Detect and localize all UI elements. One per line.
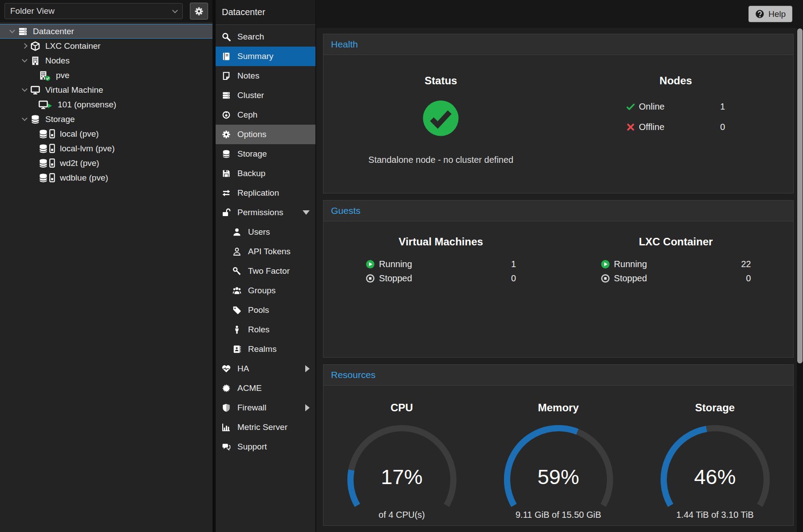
tag-icon <box>232 306 242 315</box>
tree-item-storage-local[interactable]: local (pve) <box>0 126 213 141</box>
nodes-status-column: Nodes Online 1 Offline 0 <box>559 55 794 193</box>
health-panel: Health Status Standalone node - no clust… <box>323 34 794 193</box>
vm-running-count: 1 <box>511 259 516 269</box>
resources-panel-title: Resources <box>323 365 793 386</box>
tree-settings-button[interactable] <box>190 3 208 20</box>
nav-item-metric-server[interactable]: Metric Server <box>216 418 315 437</box>
user-outline-icon <box>232 247 242 256</box>
play-circle-icon <box>366 260 375 269</box>
vertical-scrollbar[interactable] <box>797 28 803 532</box>
storage-heading: Storage <box>695 402 735 414</box>
tree-panel-header: Folder View <box>0 0 213 22</box>
nav-menu: Search Summary Notes Cluster Ceph Option… <box>216 25 315 457</box>
tree-item-vm-101[interactable]: 101 (opnsense) <box>0 97 213 112</box>
nav-item-replication[interactable]: Replication <box>216 183 315 203</box>
nav-item-backup[interactable]: Backup <box>216 164 315 183</box>
datacenter-nav-panel: Datacenter Search Summary Notes Cluster … <box>216 0 316 532</box>
vm-heading: Virtual Machines <box>399 236 483 248</box>
nodes-online-row: Online 1 <box>626 102 725 112</box>
nav-item-roles[interactable]: Roles <box>216 320 315 339</box>
ceph-icon <box>221 110 231 119</box>
nav-item-pools[interactable]: Pools <box>216 300 315 320</box>
storage-drive-icon <box>38 144 55 154</box>
nav-item-cluster[interactable]: Cluster <box>216 86 315 105</box>
tree-item-storage-wd2t[interactable]: wd2t (pve) <box>0 156 213 170</box>
memory-gauge: 59% <box>496 419 621 509</box>
tree-item-storage-wdblue[interactable]: wdblue (pve) <box>0 170 213 185</box>
database-icon <box>221 150 231 158</box>
nav-item-acme[interactable]: ACME <box>216 378 315 398</box>
cpu-percent: 17% <box>340 465 464 489</box>
nav-item-users[interactable]: Users <box>216 222 315 242</box>
chevron-down-icon <box>303 210 310 215</box>
lxc-heading: LXC Container <box>639 236 713 248</box>
collapse-icon[interactable] <box>19 118 30 120</box>
nav-item-search[interactable]: Search <box>216 27 315 47</box>
key-icon <box>232 267 242 276</box>
search-icon <box>221 32 231 41</box>
nav-item-permissions[interactable]: Permissions <box>216 203 315 222</box>
storage-detail: 1.44 TiB of 3.10 TiB <box>676 510 754 520</box>
nodes-offline-count: 0 <box>720 122 725 132</box>
vm-stopped-count: 0 <box>511 273 516 284</box>
virtual-machines-column: Virtual Machines Running 1 Stopped 0 <box>323 221 559 357</box>
acme-icon <box>221 384 231 393</box>
storage-drive-icon <box>38 158 55 168</box>
database-icon <box>30 114 40 124</box>
tree-item-nodes[interactable]: Nodes <box>0 53 213 68</box>
memory-gauge-column: Memory 59% 9.11 GiB of 15.50 GiB <box>480 386 637 525</box>
nav-item-two-factor[interactable]: Two Factor <box>216 261 315 281</box>
nodes-heading: Nodes <box>660 75 692 87</box>
replication-icon <box>221 189 231 197</box>
nodes-online-count: 1 <box>720 102 725 112</box>
nav-item-firewall[interactable]: Firewall <box>216 398 315 418</box>
tree-item-lxc-container[interactable]: LXC Container <box>0 39 213 53</box>
stop-circle-icon <box>601 274 610 283</box>
collapse-icon[interactable] <box>6 30 18 32</box>
chevron-right-icon <box>305 404 310 411</box>
storage-drive-icon <box>38 173 55 183</box>
collapse-icon[interactable] <box>19 59 30 62</box>
heartbeat-icon <box>221 364 231 373</box>
bar-chart-icon <box>221 423 231 432</box>
scrollbar-thumb[interactable] <box>797 28 803 363</box>
memory-heading: Memory <box>538 402 579 414</box>
expand-icon[interactable] <box>19 44 30 48</box>
nav-item-ha[interactable]: HA <box>216 359 315 378</box>
view-mode-value: Folder View <box>10 6 55 16</box>
health-panel-title: Health <box>323 34 793 55</box>
storage-gauge-column: Storage 46% 1.44 TiB of 3.10 TiB <box>637 386 793 525</box>
resource-tree: Datacenter LXC Container Nodes pve Virtu… <box>0 22 213 185</box>
online-badge-icon <box>45 75 51 81</box>
cpu-heading: CPU <box>390 402 413 414</box>
nav-item-options[interactable]: Options <box>216 125 315 144</box>
tree-item-datacenter[interactable]: Datacenter <box>0 24 213 39</box>
tree-item-storage[interactable]: Storage <box>0 112 213 126</box>
chevron-down-icon <box>172 8 178 13</box>
play-circle-icon <box>601 260 610 269</box>
cross-icon <box>626 123 635 131</box>
nav-item-storage[interactable]: Storage <box>216 144 315 164</box>
guests-panel-title: Guests <box>323 201 793 221</box>
nav-item-support[interactable]: Support <box>216 437 315 457</box>
question-circle-icon <box>755 9 764 19</box>
server-rack-icon <box>18 27 28 36</box>
tree-item-storage-local-lvm[interactable]: local-lvm (pve) <box>0 141 213 156</box>
collapse-icon[interactable] <box>19 89 30 91</box>
summary-panels: Health Status Standalone node - no clust… <box>316 28 797 532</box>
view-mode-select[interactable]: Folder View <box>4 3 183 19</box>
nav-item-groups[interactable]: Groups <box>216 281 315 300</box>
users-icon <box>232 286 242 295</box>
nav-item-ceph[interactable]: Ceph <box>216 105 315 125</box>
stop-circle-icon <box>366 274 375 283</box>
gear-icon <box>221 130 231 139</box>
nav-item-realms[interactable]: Realms <box>216 339 315 359</box>
nav-item-api-tokens[interactable]: API Tokens <box>216 242 315 261</box>
lxc-stopped-count: 0 <box>746 273 751 284</box>
tree-item-virtual-machine[interactable]: Virtual Machine <box>0 83 213 97</box>
status-heading: Status <box>425 75 457 87</box>
help-button[interactable]: Help <box>748 6 792 22</box>
nav-item-summary[interactable]: Summary <box>216 47 315 66</box>
tree-item-pve[interactable]: pve <box>0 68 213 83</box>
nav-item-notes[interactable]: Notes <box>216 66 315 86</box>
